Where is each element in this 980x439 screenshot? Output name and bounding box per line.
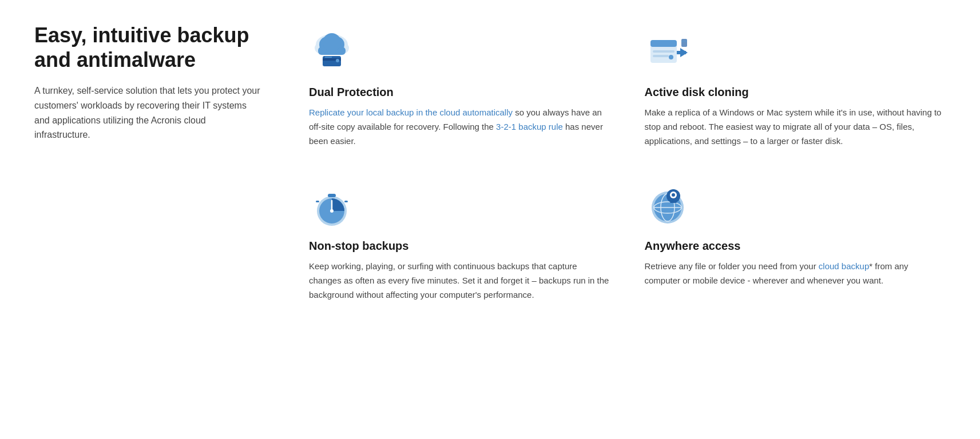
feature-anywhere-access: Anywhere access Retrieve any file or fol…: [645, 177, 946, 308]
svg-rect-13: [653, 50, 675, 53]
svg-point-15: [669, 55, 673, 59]
hero-description: A turnkey, self-service solution that le…: [34, 83, 263, 142]
dual-protection-description: Replicate your local backup in the cloud…: [309, 106, 610, 148]
active-disk-cloning-icon: [645, 29, 691, 74]
svg-point-36: [672, 193, 675, 197]
feature-non-stop-backups: Non-stop backups Keep working, playing, …: [309, 177, 610, 308]
svg-rect-18: [681, 39, 687, 47]
dual-protection-title: Dual Protection: [309, 86, 610, 99]
svg-rect-27: [344, 201, 348, 202]
anywhere-access-link[interactable]: cloud backup: [819, 261, 869, 271]
svg-rect-25: [328, 194, 336, 197]
page-layout: Easy, intuitive backup and antimalware A…: [34, 23, 946, 308]
svg-rect-17: [677, 51, 686, 54]
hero-title: Easy, intuitive backup and antimalware: [34, 23, 263, 72]
anywhere-access-description: Retrieve any file or folder you need fro…: [645, 260, 946, 288]
anywhere-access-icon: [645, 182, 691, 228]
hero-section: Easy, intuitive backup and antimalware A…: [34, 23, 275, 308]
svg-rect-14: [653, 55, 669, 57]
feature-dual-protection: Dual Protection Replicate your local bac…: [309, 23, 610, 154]
non-stop-backups-icon: [309, 182, 355, 228]
non-stop-backups-description: Keep working, playing, or surfing with c…: [309, 260, 610, 302]
svg-rect-12: [650, 40, 677, 47]
svg-point-6: [323, 33, 341, 51]
dual-protection-icon: [309, 29, 355, 74]
svg-point-9: [336, 59, 339, 62]
anywhere-access-title: Anywhere access: [645, 240, 946, 253]
non-stop-backups-title: Non-stop backups: [309, 240, 610, 253]
dual-protection-link-2[interactable]: 3-2-1 backup rule: [496, 122, 563, 131]
active-disk-cloning-description: Make a replica of a Windows or Mac syste…: [645, 106, 946, 148]
svg-rect-26: [316, 201, 319, 202]
feature-active-disk-cloning: Active disk cloning Make a replica of a …: [645, 23, 946, 154]
active-disk-cloning-title: Active disk cloning: [645, 86, 946, 99]
dual-protection-link-1[interactable]: Replicate your local backup in the cloud…: [309, 107, 513, 117]
